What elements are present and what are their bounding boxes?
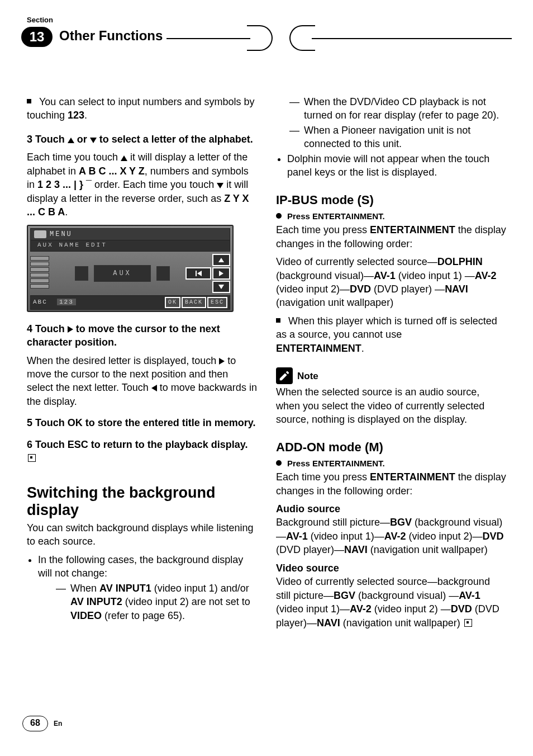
end-mark-icon (28, 454, 36, 462)
lcd-aux-box: AUX (94, 265, 151, 282)
step-5: 5 Touch OK to store the entered title in… (27, 416, 257, 429)
step-4-heading: 4 Touch to move the cursor to the next c… (27, 322, 257, 349)
ipbus-tip: When this player which is turned off is … (276, 314, 506, 355)
lcd-illustration: MENU AUX NAME EDIT AUX (27, 225, 257, 312)
switching-intro: You can switch background displays while… (27, 521, 257, 549)
audio-sequence: Background still picture—BGV (background… (276, 516, 506, 556)
header-rule-right (312, 38, 512, 40)
heading-ipbus: IP-BUS mode (S) (276, 192, 506, 209)
note-pencil-icon (276, 367, 293, 384)
section-label: Section (27, 16, 53, 24)
lcd-char-box (75, 266, 88, 281)
down-triangle-icon (217, 183, 223, 188)
down-triangle-icon (90, 138, 97, 143)
ipbus-intro: Each time you press ENTERTAINMENT the di… (276, 223, 506, 251)
chapter-number-badge: 13 (21, 27, 53, 47)
page-number: 68 (22, 716, 48, 731)
step-6: 6 Touch ESC to return to the playback di… (27, 438, 257, 465)
square-bullet-icon (27, 99, 31, 103)
lcd-prev-button (185, 267, 211, 280)
right-triangle-icon (219, 358, 225, 365)
right-column: — When the DVD/Video CD playback is not … (276, 95, 506, 706)
square-bullet-icon (276, 318, 280, 323)
audio-source-label: Audio source (276, 502, 506, 516)
disc-icon (34, 230, 46, 238)
dash-dvd-rear: — When the DVD/Video CD playback is not … (289, 95, 506, 122)
lcd-123-label: 123 (57, 299, 76, 305)
bullet-dot-icon (276, 213, 282, 219)
lcd-menu-label: MENU (50, 230, 73, 239)
page-footer: 68 En (22, 716, 62, 731)
press-entertainment-ipbus: Press ENTERTAINMENT. (276, 211, 506, 222)
page: Section 13 Other Functions You can selec… (0, 0, 533, 756)
step-4-body: When the desired letter is displayed, to… (27, 354, 257, 409)
step-3-heading: 3 Touch or to select a letter of the alp… (27, 133, 257, 146)
lcd-next-button (212, 267, 230, 280)
lcd-ok-button: OK (165, 297, 180, 308)
language-code: En (54, 720, 62, 727)
lcd-level-bars (30, 254, 49, 293)
up-triangle-icon (121, 155, 127, 161)
lcd-esc-button: ESC (207, 297, 227, 308)
note-label: Note (297, 370, 318, 382)
bullet-cases: In the following cases, the background d… (38, 553, 257, 580)
note-heading: Note (276, 367, 506, 384)
heading-switching-background: Switching the background display (27, 484, 257, 519)
header-rule-left (166, 38, 250, 40)
bullet-dot-icon (276, 460, 282, 466)
header-cap-left (247, 25, 273, 51)
lcd-down-button (212, 281, 230, 293)
bullet-dolphin: Dolphin movie will not appear when the t… (287, 152, 506, 179)
left-column: You can select to input numbers and symb… (27, 95, 257, 706)
ipbus-sequence: Video of currently selected source—DOLPH… (276, 255, 506, 310)
lcd-subtitle: AUX NAME EDIT (30, 240, 230, 252)
lcd-back-button: BACK (182, 297, 206, 308)
video-sequence: Video of currently selected source—backg… (276, 575, 506, 630)
dash-navi-unit: — When a Pioneer navigation unit is not … (289, 124, 506, 151)
note-body: When the selected source is an audio sou… (276, 385, 506, 426)
up-triangle-icon (68, 138, 74, 143)
chapter-title: Other Functions (59, 28, 163, 44)
dash-av-input: — When AV INPUT1 (video input 1) and/or … (56, 582, 257, 622)
step-3-body: Each time you touch it will display a le… (27, 150, 257, 219)
end-mark-icon (464, 619, 472, 627)
lcd-abc-label: ABC (33, 299, 47, 305)
right-triangle-icon (68, 326, 73, 333)
chapter-header: 13 Other Functions (21, 27, 512, 53)
press-entertainment-addon: Press ENTERTAINMENT. (276, 458, 506, 469)
lcd-cursor-box (156, 266, 170, 281)
addon-intro: Each time you press ENTERTAINMENT the di… (276, 470, 506, 498)
lcd-up-button (212, 254, 230, 266)
left-triangle-icon (151, 385, 157, 391)
video-source-label: Video source (276, 561, 506, 575)
tip-numbers-symbols: You can select to input numbers and symb… (27, 95, 257, 122)
heading-addon: ADD-ON mode (M) (276, 439, 506, 456)
